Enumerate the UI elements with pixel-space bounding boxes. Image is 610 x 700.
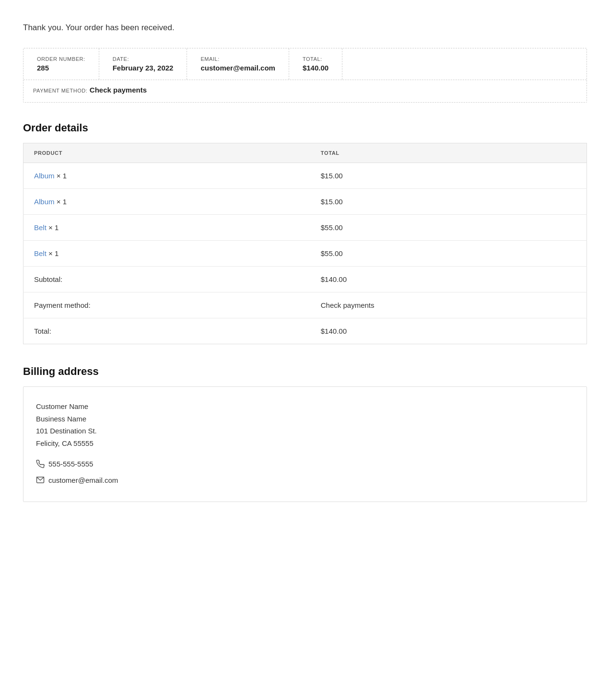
payment-method-meta-label: PAYMENT METHOD: bbox=[33, 88, 87, 93]
payment-method-meta-block: PAYMENT METHOD: Check payments bbox=[23, 80, 587, 102]
product-link[interactable]: Belt bbox=[34, 223, 47, 232]
date-block: DATE: February 23, 2022 bbox=[99, 48, 188, 80]
billing-email: customer@email.com bbox=[48, 474, 118, 487]
product-total-cell: $55.00 bbox=[310, 215, 587, 241]
billing-address-lines: Customer Name Business Name 101 Destinat… bbox=[36, 400, 574, 449]
order-details-title: Order details bbox=[23, 122, 587, 134]
product-link[interactable]: Album bbox=[34, 198, 55, 206]
product-cell: Belt × 1 bbox=[23, 215, 310, 241]
product-total-cell: $15.00 bbox=[310, 163, 587, 189]
billing-phone-row: 555-555-5555 bbox=[36, 458, 574, 470]
payment-method-meta-value: Check payments bbox=[90, 86, 147, 94]
billing-city-state-zip: Felicity, CA 55555 bbox=[36, 437, 574, 450]
billing-business: Business Name bbox=[36, 413, 574, 425]
order-details-section: Order details PRODUCT TOTAL Album × 1$15… bbox=[23, 122, 587, 344]
payment-method-value: Check payments bbox=[310, 292, 587, 318]
order-number-label: ORDER NUMBER: bbox=[37, 56, 85, 62]
email-block: EMAIL: customer@email.com bbox=[187, 48, 289, 80]
billing-address-title: Billing address bbox=[23, 365, 587, 378]
order-number-block: ORDER NUMBER: 285 bbox=[23, 48, 99, 80]
billing-name: Customer Name bbox=[36, 400, 574, 413]
product-cell: Album × 1 bbox=[23, 163, 310, 189]
order-details-table: PRODUCT TOTAL Album × 1$15.00Album × 1$1… bbox=[23, 143, 587, 344]
thank-you-message: Thank you. Your order has been received. bbox=[23, 23, 587, 33]
email-label: EMAIL: bbox=[200, 56, 275, 62]
total-row: Total: $140.00 bbox=[23, 318, 587, 344]
table-row: Belt × 1$55.00 bbox=[23, 241, 587, 267]
order-number-value: 285 bbox=[37, 64, 85, 72]
total-label: TOTAL: bbox=[303, 56, 328, 62]
table-row: Album × 1$15.00 bbox=[23, 163, 587, 189]
product-link[interactable]: Album bbox=[34, 172, 55, 180]
product-total-cell: $15.00 bbox=[310, 189, 587, 215]
total-value: $140.00 bbox=[303, 64, 328, 72]
product-column-header: PRODUCT bbox=[23, 143, 310, 163]
subtotal-row: Subtotal: $140.00 bbox=[23, 267, 587, 292]
total-block: TOTAL: $140.00 bbox=[289, 48, 342, 80]
billing-address-section: Billing address Customer Name Business N… bbox=[23, 365, 587, 502]
billing-address-box: Customer Name Business Name 101 Destinat… bbox=[23, 386, 587, 502]
phone-icon bbox=[36, 460, 45, 468]
billing-phone: 555-555-5555 bbox=[48, 458, 93, 470]
table-header-row: PRODUCT TOTAL bbox=[23, 143, 587, 163]
product-cell: Album × 1 bbox=[23, 189, 310, 215]
email-icon bbox=[36, 476, 45, 484]
total-label: Total: bbox=[23, 318, 310, 344]
total-column-header: TOTAL bbox=[310, 143, 587, 163]
product-link[interactable]: Belt bbox=[34, 249, 47, 257]
date-value: February 23, 2022 bbox=[113, 64, 174, 72]
email-value: customer@email.com bbox=[200, 64, 275, 72]
product-total-cell: $55.00 bbox=[310, 241, 587, 267]
subtotal-label: Subtotal: bbox=[23, 267, 310, 292]
table-row: Belt × 1$55.00 bbox=[23, 215, 587, 241]
table-row: Album × 1$15.00 bbox=[23, 189, 587, 215]
date-label: DATE: bbox=[113, 56, 174, 62]
payment-method-label: Payment method: bbox=[23, 292, 310, 318]
billing-email-row: customer@email.com bbox=[36, 474, 574, 487]
billing-street: 101 Destination St. bbox=[36, 425, 574, 437]
product-cell: Belt × 1 bbox=[23, 241, 310, 267]
total-value: $140.00 bbox=[310, 318, 587, 344]
order-meta-section: ORDER NUMBER: 285 DATE: February 23, 202… bbox=[23, 48, 587, 103]
payment-method-row: Payment method: Check payments bbox=[23, 292, 587, 318]
subtotal-value: $140.00 bbox=[310, 267, 587, 292]
